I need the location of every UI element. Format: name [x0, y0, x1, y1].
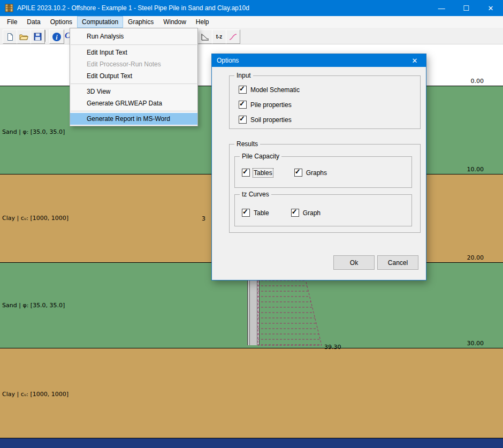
info-button[interactable]: i: [49, 29, 64, 44]
checkbox-label: Model Schematic: [250, 86, 300, 94]
checkbox-box[interactable]: [239, 116, 247, 124]
app-window: Sand | φ: [35.0, 35.0] Clay | cᵤ: [1000,…: [0, 0, 503, 448]
menu-separator: [71, 83, 197, 84]
layer-label: Sand | φ: [35.0, 35.0]: [2, 128, 65, 135]
menubar: File Data Options Computation Graphics W…: [0, 16, 503, 28]
menu-item-edit-processor-run-notes: Edit Processor-Run Notes: [70, 58, 197, 70]
pile-capacity-group-label: Pile Capacity: [240, 153, 281, 160]
open-folder-icon: [19, 33, 28, 41]
checkbox-label: Pile properties: [250, 101, 292, 109]
cancel-button[interactable]: Cancel: [377, 255, 418, 270]
tz-curves-groupbox: tz Curves Table Graph: [234, 194, 412, 226]
menu-data[interactable]: Data: [22, 16, 45, 28]
close-button[interactable]: ✕: [478, 0, 503, 16]
curve-plot-button-2[interactable]: [198, 29, 212, 44]
layer-label: Clay | cᵤ: [1000, 1000]: [2, 215, 68, 222]
menu-item-3d-view[interactable]: 3D View: [70, 86, 197, 97]
checkbox-table[interactable]: Table: [242, 209, 269, 217]
new-file-button[interactable]: [3, 29, 17, 44]
checkbox-label: Soil properties: [250, 116, 292, 124]
menu-graphics[interactable]: Graphics: [123, 16, 158, 28]
computation-dropdown-menu: Run Analysis Edit Input Text Edit Proces…: [70, 28, 198, 126]
info-icon: i: [52, 32, 62, 42]
menu-options[interactable]: Options: [45, 16, 77, 28]
checkbox-box[interactable]: [239, 101, 247, 109]
pile-capacity-groupbox: Pile Capacity Tables Graphs: [234, 156, 412, 188]
depth-label: 0.00: [471, 78, 484, 85]
menu-file[interactable]: File: [2, 16, 22, 28]
axis-curve-icon: [201, 33, 210, 41]
dialog-title: Options: [217, 57, 239, 64]
checkbox-box[interactable]: [242, 169, 250, 177]
depth-label: 30.00: [467, 340, 484, 347]
checkbox-soil-properties[interactable]: Soil properties: [239, 116, 300, 124]
checkbox-box[interactable]: [239, 86, 247, 94]
window-controls: — ☐ ✕: [429, 0, 503, 16]
menu-separator: [71, 111, 197, 111]
tz-button-label: t-z: [216, 34, 223, 40]
results-group-label: Results: [234, 140, 260, 148]
curve-plot-button-3[interactable]: [226, 29, 240, 44]
maximize-button[interactable]: ☐: [454, 0, 478, 16]
ok-button[interactable]: Ok: [333, 255, 375, 270]
depth-label: 10.00: [467, 166, 484, 173]
new-document-icon: [6, 33, 14, 41]
checkbox-label: Tables: [254, 169, 272, 177]
checkbox-pile-properties[interactable]: Pile properties: [239, 101, 300, 109]
app-icon: [5, 4, 13, 12]
dialog-close-button[interactable]: ✕: [403, 54, 426, 67]
minimize-button[interactable]: —: [429, 0, 454, 16]
menu-help[interactable]: Help: [191, 16, 214, 28]
layer-label: Clay | cᵤ: [1000, 1000]: [2, 391, 68, 398]
bottom-strip: [0, 438, 503, 448]
checkbox-box[interactable]: [242, 209, 250, 217]
menu-item-generate-report-ms-word[interactable]: Generate Report in MS-Word: [70, 113, 197, 125]
options-dialog: Options ✕ Input Model Schematic Pile pro…: [211, 54, 426, 280]
checkbox-graphs[interactable]: Graphs: [294, 169, 327, 177]
checkbox-label: Graphs: [306, 169, 327, 177]
menu-item-edit-input-text[interactable]: Edit Input Text: [70, 47, 197, 58]
checkbox-box[interactable]: [291, 209, 299, 217]
layer-label: Sand | φ: [35.0, 35.0]: [2, 302, 65, 309]
checkbox-label: Graph: [303, 209, 321, 217]
checkbox-tables[interactable]: Tables: [242, 169, 272, 177]
input-group-label: Input: [234, 72, 253, 79]
pink-curve-icon: [228, 33, 238, 41]
dialog-titlebar[interactable]: Options ✕: [212, 54, 426, 67]
checkbox-label: Table: [254, 209, 269, 217]
save-file-button[interactable]: [31, 29, 45, 44]
menu-item-run-analysis[interactable]: Run Analysis: [70, 29, 197, 43]
pile-capacity-checkbox-row: Tables Graphs: [242, 169, 327, 177]
tz-curves-group-label: tz Curves: [240, 191, 271, 198]
save-floppy-icon: [34, 33, 42, 41]
checkbox-box[interactable]: [294, 169, 302, 177]
tz-curves-button[interactable]: t-z: [212, 29, 226, 44]
input-checkbox-list: Model Schematic Pile properties Soil pro…: [239, 86, 300, 124]
menu-computation[interactable]: Computation: [77, 16, 123, 28]
titlebar: APILE 2023.10.2 - Offshore - Example 1 -…: [0, 0, 503, 16]
pile-tip-depth-label: 39.30: [324, 344, 341, 351]
menu-separator: [71, 44, 197, 45]
tz-curves-checkbox-row: Table Graph: [242, 209, 321, 217]
checkbox-graph[interactable]: Graph: [291, 209, 321, 217]
open-file-button[interactable]: [17, 29, 31, 44]
toolbar-separator: [45, 30, 47, 42]
input-groupbox: Input Model Schematic Pile properties So…: [229, 75, 421, 129]
checkbox-model-schematic[interactable]: Model Schematic: [239, 86, 300, 94]
soil-layer-clay-2: [0, 348, 503, 438]
occluded-text: 3: [202, 215, 205, 222]
menu-window[interactable]: Window: [158, 16, 191, 28]
depth-label: 20.00: [467, 254, 484, 261]
window-title: APILE 2023.10.2 - Offshore - Example 1 -…: [17, 4, 249, 12]
menu-item-generate-grlweap-data[interactable]: Generate GRLWEAP Data: [70, 97, 197, 109]
menu-item-edit-output-text[interactable]: Edit Output Text: [70, 70, 197, 82]
